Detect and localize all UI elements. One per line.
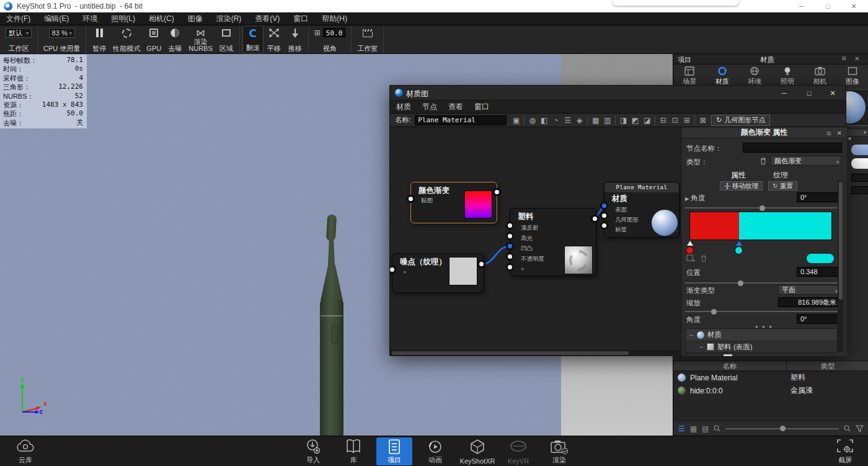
port-specular-input[interactable] [507, 233, 513, 240]
preview-material-icon[interactable]: ◨ [618, 115, 629, 126]
window-minimize-button[interactable]: ─ [791, 0, 812, 12]
port-plastic-output[interactable] [591, 215, 598, 222]
node-noise-texture[interactable]: 噪点（纹理） + [392, 253, 484, 293]
keyshotxr-button[interactable]: KeyShotXR [457, 437, 498, 465]
graph-maximize-button[interactable]: □ [797, 86, 821, 101]
gradient-stop-marker-selected[interactable] [736, 241, 742, 246]
reset-button[interactable]: ↻ 重置 [768, 181, 797, 190]
slider-handle[interactable] [780, 426, 786, 431]
port-surface-input[interactable] [601, 202, 608, 209]
import-button[interactable]: 导入 [295, 437, 331, 465]
collapse-arrow-icon[interactable]: ◄ [846, 135, 852, 141]
diffuse-color-swatch[interactable] [851, 145, 868, 155]
slider-handle[interactable] [760, 205, 765, 211]
port-diffuse-input[interactable] [507, 222, 513, 229]
specular-color-swatch[interactable] [851, 158, 868, 169]
search-icon[interactable]: ◍ [526, 115, 538, 126]
filter-funnel-icon[interactable] [856, 425, 864, 432]
position-field[interactable]: 0.348 [797, 267, 840, 277]
graph-menu-window[interactable]: 窗口 [474, 102, 489, 112]
menu-window[interactable]: 窗口 [293, 14, 308, 24]
list-view-icon[interactable]: ☰ [678, 424, 685, 433]
port-label-input[interactable] [601, 222, 608, 229]
close-panel-icon[interactable]: ✕ [837, 128, 842, 138]
studio-button[interactable]: 工作室 [354, 25, 381, 53]
column-name[interactable]: 名称 [673, 361, 787, 370]
menu-render[interactable]: 渲染(R) [216, 14, 242, 24]
cpu-usage-selector[interactable]: 83 %▾ CPU 使用量 [40, 25, 83, 53]
angle2-field[interactable]: 0° [797, 314, 840, 324]
node-color-gradient[interactable]: 颜色渐变 贴图 [410, 182, 497, 223]
grid-view-icon[interactable]: ▦ [690, 424, 697, 433]
gradient-stop-marker[interactable] [687, 241, 693, 246]
menu-view[interactable]: 查看(V) [255, 14, 280, 24]
tree-row-plastic[interactable]: − 塑料 (表面) [686, 341, 837, 352]
properties-scrollbar[interactable] [838, 181, 843, 352]
gradient-stop-red[interactable] [686, 246, 694, 254]
material-row[interactable]: Plane Material 塑料 [673, 371, 868, 384]
float-panel-icon[interactable]: ⧉ [842, 55, 846, 62]
screenshot-button[interactable]: 截屏 [827, 437, 863, 465]
denoise-button[interactable]: 去噪 [164, 25, 185, 53]
render-nurbs-button[interactable]: ⋈ 渲染 NURBS [185, 25, 216, 53]
close-panel-icon[interactable]: ✕ [854, 55, 859, 62]
library-button[interactable]: 库 [335, 437, 371, 465]
split-icon[interactable]: ⊠ [697, 115, 709, 126]
menu-image[interactable]: 图像 [188, 14, 203, 24]
menu-lighting[interactable]: 照明(L) [111, 14, 135, 24]
position-slider[interactable] [685, 282, 840, 284]
save-icon[interactable]: ▣ [510, 115, 522, 126]
duplicate-icon[interactable]: ▦ [590, 115, 601, 126]
animation-node-icon[interactable]: ◔ [550, 115, 562, 126]
angle-field[interactable]: 0° [797, 192, 840, 202]
gradient-stop-cyan[interactable] [735, 246, 743, 254]
animation-button[interactable]: 动画 [417, 437, 453, 465]
material-name-input[interactable] [415, 115, 507, 125]
column-type[interactable]: 类型 [787, 361, 868, 370]
port-add-input[interactable] [507, 264, 513, 271]
window-maximize-button[interactable]: □ [817, 0, 838, 12]
port-map-input[interactable] [407, 195, 414, 202]
delete-icon[interactable]: ▥ [601, 115, 613, 126]
performance-mode-button[interactable]: 性能模式 [110, 25, 143, 53]
collapse-icon[interactable]: − [699, 343, 704, 351]
slider-handle[interactable] [711, 309, 717, 315]
pan-button[interactable]: 平移 [264, 25, 285, 53]
fov-control[interactable]: ⊞ 50.0 视角 [311, 25, 349, 53]
region-button[interactable]: 区域 [216, 25, 237, 53]
port-geometry-input[interactable] [601, 212, 608, 219]
stop-color-swatch[interactable] [807, 254, 834, 263]
tumble-button[interactable]: C 翻滚 [242, 25, 264, 53]
node-plastic[interactable]: 塑料 漫反射 高光 凹凸 不透明度 + [510, 208, 596, 276]
gradient-type-dropdown[interactable]: 平面 ▾ [778, 285, 840, 295]
node-name-input[interactable] [743, 143, 842, 153]
cloud-library-button[interactable]: 云库 [7, 437, 43, 465]
fov-field[interactable]: 50.0 [323, 28, 346, 37]
menu-file[interactable]: 文件(F) [6, 14, 30, 24]
delete-node-icon[interactable] [760, 157, 767, 165]
node-canvas[interactable]: 颜色渐变 贴图 噪点（纹理） + 塑料 漫反射 [390, 127, 681, 356]
menu-help[interactable]: 帮助(H) [322, 14, 347, 24]
geometry-node-toggle[interactable]: ↻ 几何图形节点 [711, 115, 770, 126]
project-button[interactable]: 项目 [376, 437, 412, 465]
workspace-selector[interactable]: 默认▾ 工作区 [2, 25, 35, 53]
lock-icon[interactable]: ◈ [574, 115, 585, 126]
zoom-100-icon[interactable]: ⊞ [681, 115, 693, 126]
material-param-field[interactable] [851, 174, 868, 182]
port-bump-input[interactable] [507, 243, 513, 249]
slider-handle[interactable] [738, 280, 743, 286]
texture-node-icon[interactable]: ◧ [538, 115, 550, 126]
update-previews-icon[interactable]: ◪ [641, 115, 653, 126]
move-texture-button[interactable]: 移动纹理 [720, 181, 763, 190]
preview-nodes-icon[interactable]: ◩ [629, 115, 641, 126]
port-gradient-output[interactable] [494, 189, 500, 195]
graph-menu-view[interactable]: 查看 [448, 102, 463, 112]
dolly-button[interactable]: 推移 [285, 25, 306, 53]
graph-menu-material[interactable]: 材质 [396, 102, 411, 112]
tree-view-icon[interactable]: ▤ [702, 424, 709, 433]
gradient-bar[interactable] [689, 212, 832, 240]
keyvr-button[interactable]: KeyVR [500, 437, 536, 465]
material-param-field[interactable] [851, 186, 868, 194]
auto-layout-icon[interactable]: ⊟ [657, 115, 669, 126]
port-opacity-input[interactable] [507, 253, 513, 260]
